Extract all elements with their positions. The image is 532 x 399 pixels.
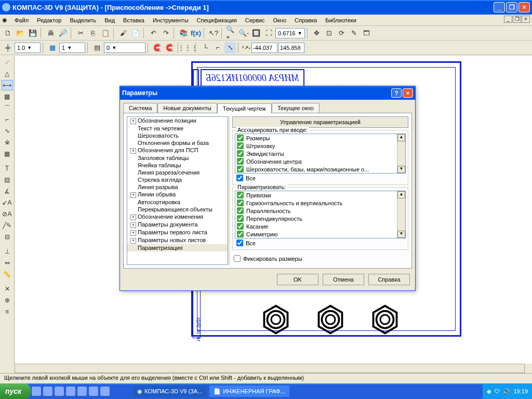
fx-icon[interactable]: f(x): [190, 28, 202, 39]
check-item[interactable]: Эквидистанты: [235, 150, 405, 157]
sheet-icon[interactable]: ▤: [91, 42, 103, 54]
check-item[interactable]: Параллельность: [235, 207, 405, 215]
tool-dim2[interactable]: ⇔: [2, 258, 13, 268]
paste-icon[interactable]: 📋: [100, 28, 111, 39]
ql-icon[interactable]: [100, 387, 110, 396]
menu-help[interactable]: Справка: [290, 16, 321, 24]
ql-icon[interactable]: [32, 387, 41, 396]
ql-icon[interactable]: [43, 387, 52, 396]
tree-item[interactable]: Отклонения формы и база: [127, 139, 228, 147]
ql-icon[interactable]: [66, 387, 75, 396]
maximize-button[interactable]: ❐: [506, 2, 517, 12]
tree-item[interactable]: Линия разреза/сечения: [127, 169, 228, 176]
check-item[interactable]: Симметрию: [235, 230, 405, 238]
tree-item[interactable]: Заголовок таблицы: [127, 154, 228, 162]
check-item[interactable]: Перпендикулярность: [235, 215, 405, 222]
cancel-button[interactable]: Отмена: [323, 274, 364, 285]
tool-constrain[interactable]: ⊥: [2, 246, 13, 257]
step-icon[interactable]: ⌐: [212, 42, 223, 54]
check-item[interactable]: Горизонтальность и вертикальность: [235, 199, 405, 207]
zoom-fit-icon[interactable]: ⛶: [263, 28, 274, 39]
ql-icon[interactable]: [89, 387, 98, 396]
props-icon[interactable]: 🖌: [117, 28, 129, 39]
menu-service[interactable]: Сервис: [241, 16, 269, 24]
checklist-associate[interactable]: РазмерыШтриховкуЭквидистантыОбозначения …: [235, 134, 406, 174]
prev-view-icon[interactable]: ⊡: [324, 28, 335, 39]
line-style-icon[interactable]: ╪: [2, 42, 14, 54]
app-menu-icon[interactable]: ◉: [2, 17, 10, 23]
tool-misc[interactable]: ≡: [2, 307, 13, 317]
system-tray[interactable]: ◆ 🛡 🔊 19:19: [483, 383, 532, 399]
arrow-icon[interactable]: ↖?: [208, 28, 219, 39]
layer-icon[interactable]: ▦: [47, 42, 58, 54]
print-icon[interactable]: 🖶: [45, 28, 56, 39]
tree-item[interactable]: Стрелка взгляда: [127, 176, 228, 183]
menu-insert[interactable]: Вставка: [119, 16, 149, 24]
scrollbar[interactable]: ▲▼: [397, 134, 405, 173]
tool-edit[interactable]: ╱✎: [2, 220, 13, 231]
ql-icon[interactable]: [77, 387, 87, 396]
tray-icon[interactable]: ◆: [487, 388, 491, 395]
task-kompas[interactable]: ◉ КОМПАС-3D V9 (ЗА...: [132, 385, 207, 397]
tool-line[interactable]: △: [2, 69, 13, 79]
tab-newdocs[interactable]: Новые документы: [157, 103, 217, 113]
zoom-out-icon[interactable]: 🔍-: [238, 28, 249, 39]
tree-item[interactable]: +Обозначение изменения: [127, 213, 228, 221]
tool-leader[interactable]: ↙A: [2, 197, 13, 208]
tool-hatch[interactable]: ▩: [2, 91, 13, 102]
tree-item[interactable]: Линия разрыва: [127, 183, 228, 191]
lib-icon[interactable]: 📚: [178, 28, 189, 39]
check-item[interactable]: Шероховатости, базы, марки/позиционные о…: [235, 165, 405, 173]
tool-measure[interactable]: 📏: [2, 269, 13, 280]
close-button[interactable]: ×: [518, 2, 530, 12]
tab-current-window[interactable]: Текущее окно: [272, 103, 320, 113]
tree-item[interactable]: Перекрывающиеся объекты: [127, 206, 228, 213]
open-icon[interactable]: 📂: [15, 28, 26, 39]
tree-item[interactable]: +Обозначения для ПСП: [127, 147, 228, 154]
tree-item[interactable]: Шероховатость: [127, 132, 228, 139]
tool-grid[interactable]: ▤: [2, 175, 13, 185]
tool-mod[interactable]: ※: [2, 137, 13, 148]
redo-icon[interactable]: ↷: [160, 28, 171, 39]
menu-spec[interactable]: Спецификация: [193, 16, 241, 24]
dialog-close-button[interactable]: ×: [403, 88, 413, 98]
copy-props-icon[interactable]: 📄: [130, 28, 141, 39]
check-item[interactable]: Обозначения центра: [235, 157, 405, 165]
new-icon[interactable]: 🗋: [2, 28, 14, 39]
menu-edit[interactable]: Редактор: [33, 16, 65, 24]
check-all-1[interactable]: [236, 175, 243, 181]
dialog-help-button[interactable]: ?: [391, 88, 402, 98]
combo-1[interactable]: 1.0▼: [15, 43, 41, 53]
tray-icon[interactable]: 🔊: [503, 388, 510, 395]
tool-fillet[interactable]: ⌐: [2, 114, 13, 125]
task-word[interactable]: 📄 ИНЖЕНЕРНАЯ ГРАФ...: [209, 385, 289, 397]
tool-text[interactable]: T: [2, 163, 13, 174]
edit-icon[interactable]: ✎: [349, 28, 360, 39]
checklist-parametrize[interactable]: ПривязкиГоризонтальность и вертикальност…: [235, 191, 406, 238]
ql-icon[interactable]: [55, 387, 64, 396]
start-button[interactable]: пуск: [0, 383, 31, 399]
tool-table[interactable]: ▦: [2, 149, 13, 159]
preview-icon[interactable]: 🔎: [57, 28, 69, 39]
menu-window[interactable]: Окно: [269, 16, 290, 24]
check-item[interactable]: Привязки: [235, 191, 405, 199]
dialog-titlebar[interactable]: Параметры ? ×: [120, 86, 415, 100]
menu-file[interactable]: Файл: [10, 16, 33, 24]
menu-select[interactable]: Выделить: [65, 16, 100, 24]
tool-cancel[interactable]: ✕: [2, 284, 13, 294]
ok-button[interactable]: OK: [277, 274, 318, 285]
mdi-restore[interactable]: ❐: [513, 16, 521, 23]
tree-item[interactable]: Автосортировка: [127, 198, 228, 206]
zoom-area-icon[interactable]: 🔲: [250, 28, 262, 39]
save-icon[interactable]: 💾: [27, 28, 38, 39]
minimize-button[interactable]: _: [494, 2, 505, 12]
refresh-icon[interactable]: ⟳: [336, 28, 348, 39]
tool-dim[interactable]: ⟷: [2, 80, 13, 90]
magnet-off-icon[interactable]: 🧲: [164, 42, 176, 54]
tool-curve[interactable]: ∿: [2, 126, 13, 136]
scrollbar[interactable]: ▲▼: [397, 191, 405, 238]
tool-origin[interactable]: ⊕: [2, 295, 13, 305]
zoom-in-icon[interactable]: 🔍+: [225, 28, 237, 39]
tool-block[interactable]: ⊟: [2, 232, 13, 242]
mdi-close[interactable]: ×: [522, 16, 530, 23]
